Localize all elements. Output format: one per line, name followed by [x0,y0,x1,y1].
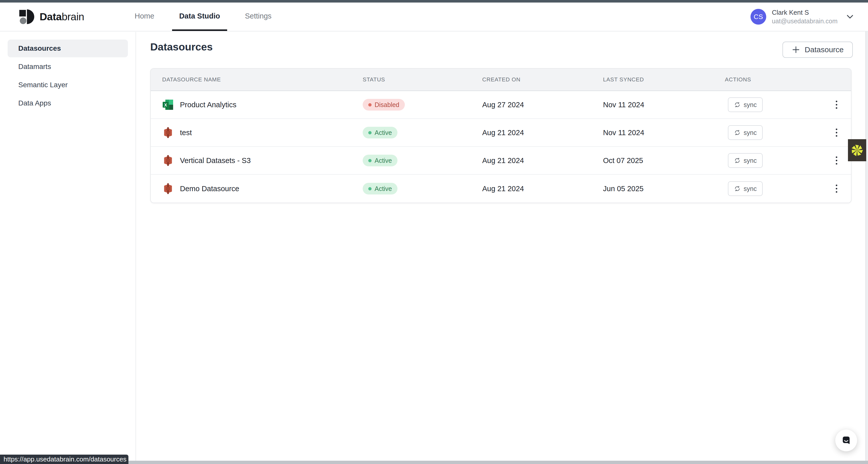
created-on-cell: Aug 21 2024 [482,129,603,137]
row-menu-button[interactable] [834,127,839,139]
actions-cell: sync [725,97,851,112]
nav-item-home[interactable]: Home [128,3,161,31]
datasource-name-cell: test [151,127,363,138]
sync-button[interactable]: sync [728,97,763,112]
status-label: Disabled [375,101,399,108]
top-nav: Home Data Studio Settings [122,3,284,31]
status-cell: Active [363,183,482,195]
plus-icon [792,45,800,54]
status-url-tooltip: https://app.usedatabrain.com/datasources [0,455,128,464]
nav-item-settings[interactable]: Settings [238,3,279,31]
sync-button[interactable]: sync [728,125,763,140]
sync-button[interactable]: sync [728,181,763,196]
last-synced-cell: Nov 11 2024 [603,101,725,109]
status-label: Active [375,185,392,193]
sync-label: sync [744,101,756,108]
table-row[interactable]: Demo Datasource Active Aug 21 2024 Jun 0… [151,175,851,203]
sync-label: sync [744,157,756,164]
brand-name-bold: Data [40,11,62,23]
refresh-icon [734,185,741,192]
datasource-name: Product Analytics [180,101,236,109]
status-label: Active [375,157,392,164]
window-bottom-strip [0,461,868,464]
sidebar-item-datamarts[interactable]: Datamarts [8,58,128,75]
datasources-table: DATASOURCE NAME STATUS CREATED ON LAST S… [150,68,851,203]
datasource-name: test [180,129,192,137]
table-row[interactable]: test Active Aug 21 2024 Nov 11 2024 sync [151,119,851,147]
app-header: Databrain Home Data Studio Settings CS C… [0,3,868,31]
table-row[interactable]: X Product Analytics Disabled Aug 27 2024… [151,91,851,119]
sidebar-item-datasources[interactable]: Datasources [8,39,128,57]
main-content: Datasources Datasource DATASOURCE NAME S… [136,32,868,464]
sidebar-item-data-apps[interactable]: Data Apps [8,94,128,112]
last-synced-cell: Nov 11 2024 [603,129,725,137]
datasource-type-icon-slot: X [162,99,174,110]
status-badge: Disabled [363,99,405,110]
databrain-logo-icon [18,8,34,25]
datasource-name-cell: Vertical Datasets - S3 [151,155,363,166]
created-on-cell: Aug 21 2024 [482,157,603,165]
chat-widget-button[interactable] [835,430,857,451]
redshift-icon [162,183,174,195]
refresh-icon [734,157,741,164]
user-name: Clark Kent S [772,9,838,16]
column-header-name: DATASOURCE NAME [151,76,363,83]
status-dot-icon [368,159,372,162]
last-synced-cell: Oct 07 2025 [603,157,725,165]
row-menu-button[interactable] [834,99,839,111]
column-header-status: STATUS [363,76,482,83]
status-dot-icon [368,103,372,106]
redshift-icon [162,155,174,166]
user-menu[interactable]: CS Clark Kent S uat@usedatabrain.com [750,3,853,31]
actions-cell: sync [725,181,851,196]
svg-text:X: X [164,103,167,107]
sync-label: sync [744,129,756,136]
status-dot-icon [368,187,372,191]
created-on-cell: Aug 27 2024 [482,101,603,109]
scrollbar-track[interactable] [865,3,868,461]
row-menu-button[interactable] [834,183,839,195]
user-meta: Clark Kent S uat@usedatabrain.com [772,9,838,25]
datasource-name: Vertical Datasets - S3 [180,157,251,165]
nav-item-data-studio[interactable]: Data Studio [172,3,227,31]
column-header-synced: LAST SYNCED [603,76,725,83]
add-datasource-label: Datasource [805,45,844,54]
created-on-cell: Aug 21 2024 [482,185,603,193]
brand-name: Databrain [40,11,84,23]
table-row[interactable]: Vertical Datasets - S3 Active Aug 21 202… [151,147,851,175]
datasource-name-cell: Demo Datasource [151,183,363,195]
status-cell: Disabled [363,99,482,110]
asterisk-icon [850,143,864,158]
chevron-down-icon [847,14,853,19]
excel-icon: X [162,99,174,110]
add-datasource-button[interactable]: Datasource [782,41,853,58]
table-body: X Product Analytics Disabled Aug 27 2024… [151,91,851,203]
sync-label: sync [744,185,756,193]
chat-bubble-icon [840,435,852,446]
status-cell: Active [363,155,482,166]
window-top-strip [0,0,868,3]
brand-logo[interactable]: Databrain [18,3,84,31]
brand-name-light: brain [62,11,84,23]
page-title: Datasources [150,41,213,53]
status-cell: Active [363,127,482,138]
last-synced-cell: Jun 05 2025 [603,185,725,193]
datasource-type-icon-slot [162,127,174,138]
table-header: DATASOURCE NAME STATUS CREATED ON LAST S… [151,69,851,91]
status-badge: Active [363,155,398,166]
user-email: uat@usedatabrain.com [772,18,838,25]
column-header-actions: ACTIONS [725,76,851,83]
datasource-type-icon-slot [162,183,174,195]
sidebar: Datasources Datamarts Semantic Layer Dat… [0,32,136,464]
datasource-name: Demo Datasource [180,185,239,193]
sync-button[interactable]: sync [728,153,763,168]
datasource-name-cell: X Product Analytics [151,99,363,110]
actions-cell: sync [725,153,851,168]
feedback-widget-tab[interactable] [848,139,866,161]
sidebar-item-semantic-layer[interactable]: Semantic Layer [8,76,128,94]
status-label: Active [375,129,392,136]
refresh-icon [734,129,741,136]
avatar: CS [750,9,766,25]
status-badge: Active [363,127,398,138]
row-menu-button[interactable] [834,155,839,167]
